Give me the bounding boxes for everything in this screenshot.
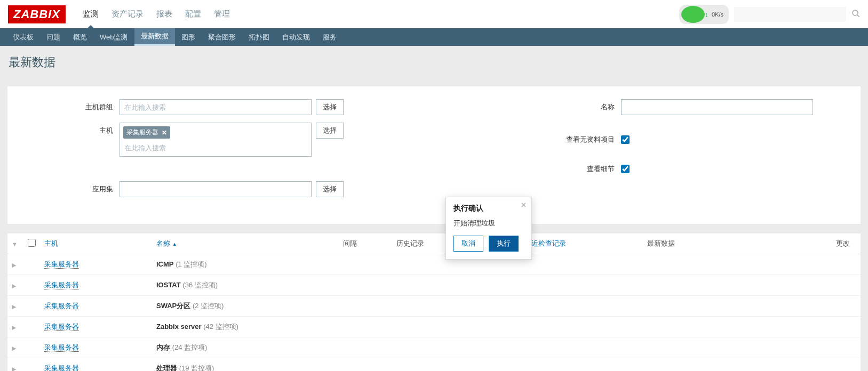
main-nav: 监测资产记录报表配置管理 — [76, 0, 236, 28]
host-link[interactable]: 采集服务器 — [44, 302, 79, 310]
execute-button[interactable]: 执行 — [489, 236, 519, 252]
show-detail-checkbox[interactable] — [621, 165, 630, 173]
host-link[interactable]: 采集服务器 — [44, 364, 79, 371]
col-latest-data: 最新数据 — [643, 233, 766, 254]
host-link[interactable]: 采集服务器 — [44, 343, 79, 352]
search-icon[interactable] — [851, 9, 860, 20]
main-nav-item[interactable]: 管理 — [208, 0, 236, 28]
host-search-input[interactable] — [122, 142, 309, 154]
table-row: ▶采集服务器内存 (24 监控项) — [7, 337, 861, 358]
table-row: ▶采集服务器SWAP分区 (2 监控项) — [7, 296, 861, 317]
svg-line-1 — [857, 15, 859, 17]
net-speed-value: 0K/s — [712, 11, 723, 18]
app-name: SWAP分区 — [156, 302, 190, 310]
expand-row-icon[interactable]: ▶ — [12, 345, 16, 351]
show-no-data-checkbox[interactable] — [621, 135, 630, 144]
appset-input[interactable] — [120, 181, 312, 197]
logo[interactable]: ZABBIX — [8, 5, 66, 23]
col-last-check[interactable]: 最近检查记录 — [520, 233, 643, 254]
appset-select-button[interactable]: 选择 — [316, 181, 344, 197]
sort-asc-icon: ▲ — [172, 241, 177, 247]
expand-row-icon[interactable]: ▶ — [12, 366, 16, 372]
appset-label: 应用集 — [23, 181, 120, 197]
app-name: 内存 — [156, 343, 170, 351]
app-name: 处理器 — [156, 364, 177, 371]
app-count: (19 监控项) — [179, 364, 214, 371]
host-group-label: 主机群组 — [23, 99, 120, 115]
host-group-input[interactable] — [120, 99, 312, 115]
sub-nav: 仪表板问题概览Web监测最新数据图形聚合图形拓扑图自动发现服务 — [0, 28, 868, 46]
expand-row-icon[interactable]: ▶ — [12, 283, 16, 289]
main-nav-item[interactable]: 资产记录 — [105, 0, 150, 28]
app-count: (42 监控项) — [203, 322, 238, 330]
expand-row-icon[interactable]: ▶ — [12, 303, 16, 310]
app-count: (36 监控项) — [182, 281, 218, 289]
status-indicator-icon — [681, 6, 705, 23]
col-name[interactable]: 名称 ▲ — [152, 233, 339, 254]
table-row: ▶采集服务器IOSTAT (36 监控项) — [7, 275, 861, 296]
expand-row-icon[interactable]: ▶ — [12, 262, 16, 268]
sub-nav-item[interactable]: 聚合图形 — [202, 28, 242, 46]
sub-nav-item[interactable]: 自动发现 — [276, 28, 316, 46]
table-row: ▶采集服务器ICMP (1 监控项) — [7, 254, 861, 275]
sub-nav-item[interactable]: 图形 — [175, 28, 202, 46]
app-count: (24 监控项) — [172, 343, 208, 351]
col-change: 更改 — [766, 233, 861, 254]
sub-nav-item[interactable]: Web监测 — [93, 28, 134, 46]
collapse-all-icon[interactable]: ▼ — [12, 241, 18, 247]
main-nav-item[interactable]: 配置 — [179, 0, 208, 28]
modal-actions: 取消 执行 — [453, 236, 524, 252]
host-group-select-button[interactable]: 选择 — [316, 99, 344, 115]
modal-message: 开始清理垃圾 — [453, 219, 524, 228]
app-count: (1 监控项) — [176, 260, 207, 268]
app-name: Zabbix server — [156, 322, 202, 330]
table-row: ▶采集服务器Zabbix server (42 监控项) — [7, 317, 861, 337]
name-input[interactable] — [621, 99, 813, 115]
global-search-input[interactable] — [734, 7, 846, 22]
name-label: 名称 — [434, 102, 621, 112]
host-tag[interactable]: 采集服务器 ✕ — [123, 126, 170, 139]
sub-nav-item[interactable]: 概览 — [67, 28, 93, 46]
filter-panel: 主机群组 选择 名称 主机 采集服务器 ✕ 选择 查看无资料项目 — [7, 86, 861, 224]
sub-nav-item[interactable]: 最新数据 — [134, 28, 175, 46]
col-host[interactable]: 主机 — [40, 233, 152, 254]
sub-nav-item[interactable]: 服务 — [316, 28, 343, 46]
sub-nav-item[interactable]: 问题 — [40, 28, 67, 46]
host-tag-label: 采集服务器 — [126, 128, 158, 137]
main-nav-item[interactable]: 监测 — [76, 0, 105, 28]
page-title: 最新数据 — [0, 46, 868, 86]
confirm-modal: × 执行确认 开始清理垃圾 取消 执行 — [445, 197, 532, 260]
show-no-data-label: 查看无资料项目 — [434, 135, 621, 144]
sub-nav-item[interactable]: 仪表板 — [6, 28, 40, 46]
svg-point-0 — [853, 10, 858, 15]
show-detail-label: 查看细节 — [434, 164, 621, 174]
close-icon[interactable]: × — [521, 200, 526, 210]
main-nav-item[interactable]: 报表 — [150, 0, 179, 28]
app-count: (2 监控项) — [193, 302, 224, 310]
sub-nav-item[interactable]: 拓扑图 — [242, 28, 276, 46]
host-link[interactable]: 采集服务器 — [44, 281, 79, 289]
host-link[interactable]: 采集服务器 — [44, 322, 79, 331]
col-interval: 间隔 — [339, 233, 392, 254]
top-right: ↓ 0K/s — [679, 0, 860, 28]
app-name: ICMP — [156, 260, 174, 268]
host-select-button[interactable]: 选择 — [316, 123, 344, 139]
top-bar: ZABBIX 监测资产记录报表配置管理 ↓ 0K/s — [0, 0, 868, 28]
host-tag-input[interactable]: 采集服务器 ✕ — [120, 123, 312, 157]
modal-title: 执行确认 — [453, 204, 524, 213]
table-row: ▶采集服务器处理器 (19 监控项) — [7, 358, 861, 372]
remove-tag-icon[interactable]: ✕ — [162, 129, 167, 136]
app-name: IOSTAT — [156, 281, 181, 289]
download-arrow-icon: ↓ — [705, 10, 708, 19]
cancel-button[interactable]: 取消 — [453, 236, 483, 252]
host-label: 主机 — [23, 123, 120, 139]
select-all-checkbox[interactable] — [28, 239, 36, 247]
host-link[interactable]: 采集服务器 — [44, 260, 79, 269]
network-speed-widget: ↓ 0K/s — [679, 5, 729, 24]
expand-row-icon[interactable]: ▶ — [12, 324, 16, 330]
data-table-wrap: ▼ 主机 名称 ▲ 间隔 历史记录 最近检查记录 最新数据 更改 ▶采集服务器I… — [7, 233, 861, 371]
data-table: ▼ 主机 名称 ▲ 间隔 历史记录 最近检查记录 最新数据 更改 ▶采集服务器I… — [7, 233, 861, 371]
